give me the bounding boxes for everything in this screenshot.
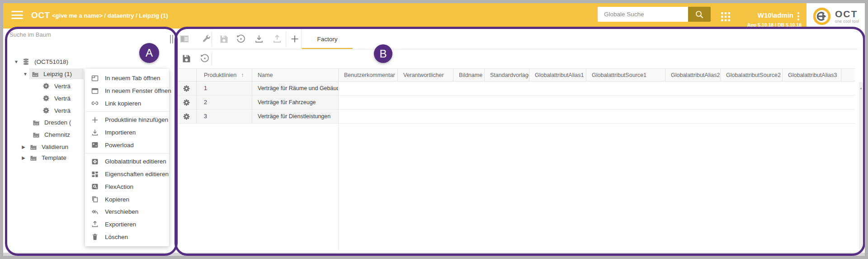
table-cell-name[interactable]: Verträge für Dienstleistungen bbox=[252, 110, 339, 123]
table-cell-empty[interactable] bbox=[339, 82, 398, 95]
table-header-globalattributalias2[interactable]: GlobalattributAlias2 bbox=[665, 69, 721, 81]
breadcrumb[interactable]: <give me a name> / dataentry / Leipzig (… bbox=[52, 12, 168, 19]
menu-icon[interactable] bbox=[11, 11, 23, 21]
table-cell-empty[interactable] bbox=[398, 82, 453, 95]
table-history-button[interactable] bbox=[199, 53, 211, 64]
table-cell-empty[interactable] bbox=[529, 110, 586, 123]
table-cell-name[interactable]: Verträge für Fahrzeuge bbox=[252, 96, 339, 109]
tree-item-root[interactable]: ▼ (OCT51018) bbox=[14, 57, 68, 67]
table-header-verantwortlicher[interactable]: Verantwortlicher bbox=[398, 69, 453, 81]
table-cell-empty[interactable] bbox=[721, 110, 783, 123]
table-cell-empty[interactable] bbox=[339, 110, 398, 123]
tree-item-template[interactable]: ▶ Template bbox=[21, 153, 66, 163]
table-cell-empty[interactable] bbox=[665, 110, 721, 123]
caret-down-icon[interactable]: ▼ bbox=[23, 72, 28, 77]
caret-down-icon[interactable]: ▼ bbox=[14, 59, 19, 64]
table-cell-name[interactable]: Verträge für Räume und Gebäude bbox=[252, 82, 339, 95]
table-header-globalattributalias3[interactable]: GlobalattributAlias3 bbox=[783, 69, 841, 81]
table-header-standardvorlage[interactable]: Standardvorlage bbox=[485, 69, 529, 81]
table-cell-empty[interactable] bbox=[721, 82, 783, 95]
tree-item-productline-1[interactable]: Verträ bbox=[42, 81, 71, 91]
panel-splitter-handle[interactable] bbox=[170, 35, 173, 43]
table-row[interactable]: 3 Verträge für Dienstleistungen bbox=[177, 110, 855, 124]
global-search-input[interactable]: Globale Suche bbox=[598, 7, 688, 22]
save-button-disabled[interactable] bbox=[218, 33, 230, 45]
menu-item-copy-link[interactable]: Link kopieren bbox=[85, 97, 169, 110]
building-icon bbox=[31, 70, 39, 78]
vertical-scrollbar[interactable]: ▲ bbox=[859, 82, 863, 250]
table-cell-empty[interactable] bbox=[721, 96, 783, 109]
tree-item-productline-2[interactable]: Verträ bbox=[42, 93, 71, 103]
table-cell-empty[interactable] bbox=[586, 110, 665, 123]
table-cell-id[interactable]: 2 bbox=[197, 96, 252, 109]
table-cell-empty[interactable] bbox=[665, 82, 721, 95]
table-header-produktlinien[interactable]: Produktlinien↑ bbox=[197, 69, 252, 81]
menu-item-open-new-window[interactable]: In neuem Fenster öffnen bbox=[85, 85, 169, 97]
tree-item-validierung[interactable]: ▶ Validierun bbox=[21, 142, 68, 152]
download-button[interactable] bbox=[253, 33, 265, 45]
table-cell-empty[interactable] bbox=[485, 110, 529, 123]
menu-item-export[interactable]: Exportieren bbox=[85, 218, 169, 231]
table-header-globalattributalias1[interactable]: GlobalattributAlias1 bbox=[529, 69, 586, 81]
tree-item-dresden[interactable]: Dresden ( bbox=[32, 117, 71, 127]
menu-item-open-new-tab[interactable]: In neuem Tab öffnen bbox=[85, 72, 169, 85]
row-actions-cell[interactable] bbox=[177, 96, 197, 109]
table-cell-empty[interactable] bbox=[398, 96, 453, 109]
history-button[interactable] bbox=[235, 33, 247, 45]
kebab-menu-icon[interactable] bbox=[796, 11, 801, 22]
wrench-button[interactable] bbox=[201, 33, 212, 45]
menu-item-move[interactable]: Verschieben bbox=[85, 206, 169, 218]
caret-right-icon[interactable]: ▶ bbox=[21, 155, 26, 160]
menu-item-edit-global-attribute[interactable]: Globalattribut editieren bbox=[85, 155, 169, 168]
table-cell-empty[interactable] bbox=[783, 96, 841, 109]
tree-item-productline-3[interactable]: Verträ bbox=[42, 106, 71, 115]
tree-search-input[interactable]: Suche im Baum bbox=[9, 31, 51, 38]
menu-item-delete[interactable]: Löschen bbox=[85, 230, 169, 243]
building-icon bbox=[32, 131, 40, 139]
table-cell-empty[interactable] bbox=[485, 96, 529, 109]
table-cell-id[interactable]: 3 bbox=[197, 110, 252, 123]
menu-item-flexaction[interactable]: FlexAction bbox=[85, 181, 169, 193]
row-actions-cell[interactable] bbox=[177, 110, 197, 123]
tree-item-leipzig[interactable]: ▼ Leipzig (1) bbox=[23, 69, 72, 79]
table-cell-empty[interactable] bbox=[453, 96, 485, 109]
table-cell-empty[interactable] bbox=[586, 82, 665, 95]
global-search-button[interactable] bbox=[688, 7, 711, 22]
tab-factory[interactable]: Factory bbox=[302, 29, 353, 49]
menu-item-import[interactable]: Importieren bbox=[85, 126, 169, 139]
table-cell-empty[interactable] bbox=[665, 96, 721, 109]
menu-item-powerload[interactable]: Powerload bbox=[85, 139, 169, 151]
table-cell-empty[interactable] bbox=[453, 110, 485, 123]
upload-button-disabled[interactable] bbox=[271, 33, 283, 45]
table-cell-empty[interactable] bbox=[529, 96, 586, 109]
scroll-up-icon[interactable]: ▲ bbox=[859, 86, 863, 90]
user-name[interactable]: W10\admin bbox=[745, 11, 793, 19]
table-cell-empty[interactable] bbox=[339, 96, 398, 109]
table-header-benutzerkommentar[interactable]: Benutzerkommentar bbox=[339, 69, 398, 81]
table-row[interactable]: 1 Verträge für Räume und Gebäude bbox=[177, 82, 855, 96]
menu-item-edit-properties[interactable]: Eigenschaften editieren bbox=[85, 168, 169, 181]
table-cell-empty[interactable] bbox=[529, 82, 586, 95]
menu-item-copy[interactable]: Kopieren bbox=[85, 193, 169, 206]
table-cell-empty[interactable] bbox=[586, 96, 665, 109]
table-cell-empty[interactable] bbox=[485, 82, 529, 95]
table-cell-empty[interactable] bbox=[783, 82, 841, 95]
row-actions-cell[interactable] bbox=[177, 82, 197, 95]
form-view-button[interactable] bbox=[179, 33, 190, 45]
table-header-globalattributsource1[interactable]: GlobalattributSource1 bbox=[586, 69, 665, 81]
table-header-bildname[interactable]: Bildname bbox=[453, 69, 485, 81]
apps-grid-icon[interactable] bbox=[720, 10, 731, 21]
app-screenshot: OCT <give me a name> / dataentry / Leipz… bbox=[0, 0, 868, 259]
tree-item-chemnitz[interactable]: Chemnitz bbox=[32, 130, 70, 139]
table-row[interactable]: 2 Verträge für Fahrzeuge bbox=[177, 96, 855, 110]
table-cell-empty[interactable] bbox=[453, 82, 485, 95]
table-cell-empty[interactable] bbox=[783, 110, 841, 123]
table-save-button[interactable] bbox=[180, 53, 192, 64]
caret-right-icon[interactable]: ▶ bbox=[21, 144, 26, 149]
table-cell-id[interactable]: 1 bbox=[197, 82, 252, 95]
table-header-name[interactable]: Name bbox=[252, 69, 339, 81]
menu-item-add-productline[interactable]: Produktlinie hinzufügen bbox=[85, 114, 169, 126]
table-header-globalattributsource2[interactable]: GlobalattributSource2 bbox=[721, 69, 783, 81]
add-tab-button[interactable] bbox=[289, 33, 301, 45]
table-cell-empty[interactable] bbox=[398, 110, 453, 123]
